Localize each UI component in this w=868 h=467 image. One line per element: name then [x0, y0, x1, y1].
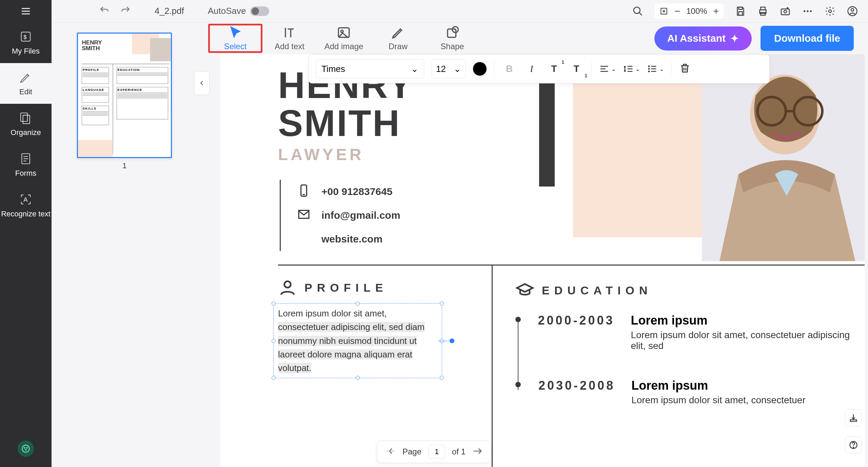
- superscript-button[interactable]: T1: [547, 61, 561, 76]
- hamburger-menu-button[interactable]: [0, 0, 52, 22]
- undo-button[interactable]: [99, 5, 110, 17]
- download-label: Download file: [774, 33, 840, 44]
- fit-page-button[interactable]: [659, 7, 668, 16]
- contact-phone: +00 912837645: [321, 186, 392, 197]
- svg-rect-6: [23, 115, 30, 124]
- download-file-button[interactable]: Download file: [761, 26, 854, 51]
- page-navigation: Page of 1: [377, 441, 491, 463]
- svg-point-13: [24, 447, 25, 449]
- contact-block: +00 912837645 info@gmail.com website.com: [280, 180, 400, 251]
- education-title: EDUCATION: [542, 284, 652, 297]
- list-style-button[interactable]: ⌄: [647, 64, 664, 74]
- tool-draw[interactable]: Draw: [371, 25, 425, 51]
- text-color-picker[interactable]: [473, 62, 487, 76]
- print-button[interactable]: [757, 6, 768, 17]
- svg-point-31: [851, 8, 854, 11]
- svg-text:A: A: [23, 196, 28, 203]
- line-spacing-button[interactable]: ⌄: [623, 64, 640, 74]
- chevron-down-icon: ⌄: [659, 66, 664, 72]
- page-total-label: of 1: [452, 447, 466, 456]
- svg-rect-24: [781, 9, 789, 15]
- next-page-button[interactable]: [472, 446, 482, 458]
- svg-point-12: [22, 445, 29, 452]
- text-align-button[interactable]: ⌄: [599, 64, 616, 74]
- education-item-2: 2030-2008 Lorem ipsum Lorem ipsum dolor …: [515, 378, 865, 406]
- thumbnail-panel: HENRYSMITH PROFILE EDUCATION LANGUAGE EX…: [52, 22, 197, 467]
- tool-add-image[interactable]: Add image: [317, 25, 371, 51]
- screenshot-button[interactable]: [780, 6, 791, 17]
- rotate-handle[interactable]: [450, 338, 454, 343]
- chevron-down-icon: ⌄: [635, 66, 640, 72]
- sidebar-item-myfiles[interactable]: $ My Files: [0, 22, 52, 63]
- save-button[interactable]: [735, 6, 746, 17]
- svg-point-14: [26, 447, 28, 449]
- more-button[interactable]: [802, 6, 813, 17]
- svg-rect-22: [761, 7, 765, 10]
- education-2-title: Lorem ipsum: [631, 378, 806, 393]
- education-1-desc: Lorem ipsum dolor sit amet, consectetuer…: [631, 330, 865, 351]
- help-button[interactable]: [845, 436, 862, 453]
- prev-page-button[interactable]: [386, 446, 396, 458]
- svg-rect-19: [739, 7, 743, 9]
- page-label: Page: [402, 447, 421, 456]
- svg-text:$: $: [23, 34, 26, 40]
- settings-button[interactable]: [825, 6, 835, 17]
- page-number-input[interactable]: [428, 445, 445, 459]
- education-heading: EDUCATION: [515, 281, 865, 300]
- thumbnail-page-number: 1: [52, 161, 197, 170]
- education-2-years: 2030-2008: [538, 378, 615, 406]
- resume-profession: LAWYER: [278, 145, 364, 164]
- autosave-label: AutoSave: [208, 6, 246, 16]
- svg-rect-5: [21, 113, 27, 121]
- ai-assistant-label: AI Assistant: [667, 33, 726, 44]
- sidebar-label-recognize: Recognize text: [1, 210, 51, 218]
- svg-point-15: [25, 449, 27, 451]
- divider-horizontal: [278, 265, 865, 266]
- divider-vertical: [492, 265, 493, 467]
- contact-website: website.com: [321, 233, 382, 245]
- zoom-in-button[interactable]: +: [713, 6, 719, 17]
- ai-assistant-button[interactable]: AI Assistant ✦: [654, 26, 752, 51]
- tool-select[interactable]: Select: [208, 24, 262, 53]
- sidebar-item-recognize-text[interactable]: A Recognize text: [0, 185, 52, 226]
- tool-shape-label: Shape: [440, 42, 464, 51]
- chevron-down-icon: ⌄: [411, 64, 418, 74]
- theme-button[interactable]: [18, 441, 34, 457]
- phone-icon: [297, 184, 311, 200]
- sidebar-item-edit[interactable]: Edit: [0, 63, 52, 104]
- delete-button[interactable]: [679, 62, 691, 75]
- sidebar-item-organize[interactable]: Organize: [0, 104, 52, 144]
- sidebar-label-organize: Organize: [11, 128, 41, 137]
- panel-collapse-button[interactable]: [194, 71, 210, 95]
- education-2-desc: Lorem ipsum dolor sit amet, consectetuer: [631, 395, 806, 406]
- zoom-out-button[interactable]: −: [674, 5, 680, 17]
- export-button[interactable]: [845, 409, 862, 426]
- font-family-select[interactable]: Times ⌄: [316, 59, 424, 78]
- italic-button[interactable]: I: [524, 61, 539, 76]
- selected-text-box[interactable]: Lorem ipsum dolor sit amet, consectetuer…: [278, 307, 437, 375]
- tool-shape[interactable]: Shape: [425, 25, 479, 51]
- redo-button[interactable]: [120, 5, 131, 17]
- page-thumbnail-1[interactable]: HENRYSMITH PROFILE EDUCATION LANGUAGE EX…: [77, 33, 172, 158]
- bold-button[interactable]: B: [502, 61, 517, 76]
- account-button[interactable]: [847, 6, 858, 17]
- chevron-down-icon: ⌄: [611, 66, 616, 72]
- document-canvas[interactable]: HENRY SMITH LAWYER +00 912837645 info@gm…: [220, 54, 865, 467]
- sidebar-label-myfiles: My Files: [12, 47, 40, 56]
- sidebar-label-edit: Edit: [19, 87, 32, 96]
- search-button[interactable]: [632, 6, 643, 17]
- tool-add-text[interactable]: Add text: [262, 25, 317, 51]
- profile-title: PROFILE: [304, 281, 388, 294]
- svg-point-25: [784, 10, 787, 13]
- sidebar-item-forms[interactable]: Forms: [0, 144, 52, 185]
- autosave-toggle[interactable]: [250, 6, 269, 16]
- font-family-value: Times: [321, 64, 345, 74]
- zoom-value: 100%: [686, 6, 707, 16]
- svg-point-45: [649, 71, 650, 72]
- svg-point-29: [829, 10, 831, 13]
- svg-rect-56: [750, 204, 783, 261]
- font-size-select[interactable]: 12 ⌄: [432, 59, 466, 78]
- education-1-years: 2000-2003: [538, 313, 614, 351]
- svg-point-61: [284, 281, 291, 288]
- subscript-button[interactable]: T1: [569, 61, 584, 76]
